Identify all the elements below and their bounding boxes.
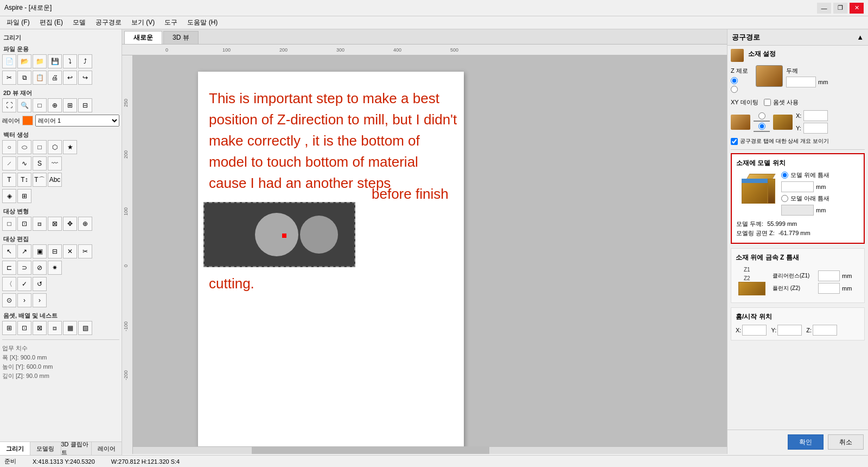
transform-6[interactable]: ⊕ — [78, 217, 92, 231]
text-vert-button[interactable]: T↕ — [17, 173, 31, 187]
offset-3[interactable]: ⊠ — [33, 321, 47, 335]
radio-bottom[interactable] — [731, 86, 738, 93]
bitmap-tool[interactable]: ⊞ — [17, 189, 31, 203]
offset-checkbox[interactable] — [764, 99, 771, 106]
group-tool[interactable]: ▣ — [33, 244, 47, 258]
measure-tool[interactable]: ⊙ — [2, 293, 16, 307]
draw-polygon-button[interactable]: ⬡ — [48, 140, 62, 154]
tab-new[interactable]: 새로운 — [124, 31, 162, 44]
zoom-extents-button[interactable]: ⛶ — [2, 98, 16, 112]
tab-3d[interactable]: 3D 뷰 — [163, 31, 199, 44]
offset-6[interactable]: ▧ — [78, 321, 92, 335]
layer-select[interactable]: 레이어 1 — [35, 115, 119, 127]
trim-tool[interactable]: ✂ — [78, 244, 92, 258]
transform-4[interactable]: ⊠ — [48, 217, 62, 231]
x-coord-input[interactable]: 0.0 — [803, 110, 828, 121]
show-details-checkbox[interactable] — [731, 138, 738, 145]
h-scrollbar[interactable] — [133, 446, 727, 454]
offset-2[interactable]: ⊡ — [17, 321, 31, 335]
import-button[interactable]: ⤵ — [63, 54, 77, 68]
node-edit[interactable]: ↗ — [17, 244, 31, 258]
thickness-input[interactable]: 90.0 — [786, 77, 816, 87]
save-button[interactable]: 💾 — [48, 54, 62, 68]
draw-curve-button[interactable]: ∿ — [17, 156, 31, 171]
y-coord-input[interactable]: 0.0 — [803, 123, 828, 134]
transform-5[interactable]: ✥ — [63, 217, 77, 231]
tab-3d-clipart[interactable]: 3D 클립아트 — [61, 442, 92, 455]
offset-4[interactable]: ⧈ — [48, 321, 62, 335]
export-button[interactable]: ⤴ — [78, 54, 92, 68]
open-button[interactable]: 📂 — [17, 54, 31, 68]
transform-1[interactable]: □ — [2, 217, 16, 231]
h-scrollbar-thumb[interactable] — [252, 447, 489, 454]
radio-below[interactable] — [781, 195, 788, 202]
radio-top[interactable] — [731, 77, 738, 84]
bend-tool[interactable]: ↺ — [33, 277, 47, 291]
smooth-tool[interactable]: 〈 — [2, 277, 16, 291]
redo-button[interactable]: ↪ — [78, 71, 92, 85]
below-input[interactable]: 28.221 — [781, 205, 814, 216]
menu-view[interactable]: 보기 (V) — [127, 17, 159, 28]
canvas-viewport[interactable]: This is important step to make a best po… — [133, 55, 727, 446]
maximize-button[interactable]: ❐ — [833, 3, 847, 14]
menu-model[interactable]: 모델 — [68, 17, 90, 28]
snap-tool[interactable]: › — [33, 293, 47, 307]
transform-2[interactable]: ⊡ — [17, 217, 31, 231]
collapse-icon[interactable]: ▲ — [857, 33, 864, 41]
open-recent-button[interactable]: 📁 — [33, 54, 47, 68]
check-tool[interactable]: ✓ — [17, 277, 31, 291]
boolean-tool[interactable]: ✷ — [48, 261, 62, 275]
copy-button[interactable]: ⧉ — [17, 71, 31, 85]
xy-radio2[interactable] — [758, 123, 765, 130]
align-tool[interactable]: ⊘ — [33, 261, 47, 275]
zoom-fit-button[interactable]: □ — [33, 98, 47, 112]
draw-star-button[interactable]: ★ — [63, 140, 77, 154]
view-option2[interactable]: ⊟ — [78, 98, 92, 112]
home-y-input[interactable]: 0.0 — [777, 325, 802, 336]
menu-tools[interactable]: 도구 — [160, 17, 182, 28]
view-option1[interactable]: ⊞ — [63, 98, 77, 112]
draw-ellipse-button[interactable]: ⬭ — [17, 140, 31, 154]
offset-5[interactable]: ▦ — [63, 321, 77, 335]
draw-spiral-button[interactable]: S — [33, 156, 47, 171]
text-arc-button[interactable]: T⌒ — [33, 173, 47, 187]
new-button[interactable]: 📄 — [2, 54, 16, 68]
tab-layer[interactable]: 레이어 — [92, 442, 122, 455]
join-tool[interactable]: ⊏ — [2, 261, 16, 275]
tab-modeling[interactable]: 모델링 — [30, 442, 61, 455]
radio-above[interactable] — [781, 172, 788, 179]
draw-rect-button[interactable]: □ — [33, 140, 47, 154]
text-style-button[interactable]: Abc — [48, 173, 62, 187]
paste-button[interactable]: 📋 — [33, 71, 47, 85]
zoom-in-button[interactable]: ⊕ — [48, 98, 62, 112]
minimize-button[interactable]: — — [817, 3, 831, 14]
offset2-tool[interactable]: ⊃ — [17, 261, 31, 275]
ok-button[interactable]: 확인 — [788, 434, 824, 450]
menu-file[interactable]: 파일 (F) — [2, 17, 34, 28]
delete-tool[interactable]: ✕ — [63, 244, 77, 258]
select-tool[interactable]: ↖ — [2, 244, 16, 258]
close-button[interactable]: ✕ — [850, 3, 864, 14]
home-x-input[interactable]: 0.0 — [742, 325, 767, 336]
draw-wave-button[interactable]: 〰 — [48, 156, 62, 171]
cancel-button[interactable]: 취소 — [828, 434, 864, 450]
xy-radio1[interactable] — [758, 112, 765, 119]
menu-toolpath[interactable]: 공구경로 — [91, 17, 126, 28]
cut-button[interactable]: ✂ — [2, 71, 16, 85]
canvas-content[interactable]: 0 100 200 300 400 500 250 200 100 0 -100… — [122, 45, 727, 454]
ungroup-tool[interactable]: ⊟ — [48, 244, 62, 258]
tab-drawing[interactable]: 그리기 — [0, 442, 30, 455]
home-z-input[interactable]: 25.0 — [813, 325, 837, 336]
node-tool[interactable]: ◈ — [2, 189, 16, 203]
undo-button[interactable]: ↩ — [63, 71, 77, 85]
menu-help[interactable]: 도움말 (H) — [183, 17, 222, 28]
menu-edit[interactable]: 편집 (E) — [35, 17, 67, 28]
text-tool-button[interactable]: T — [2, 173, 16, 187]
grid-tool[interactable]: › — [17, 293, 31, 307]
draw-line-button[interactable]: ⟋ — [2, 156, 16, 171]
zoom-selection-button[interactable]: 🔍 — [17, 98, 31, 112]
above-input[interactable]: 5.78 — [781, 181, 814, 192]
z1-input[interactable]: 5.0 — [818, 270, 840, 281]
offset-1[interactable]: ⊞ — [2, 321, 16, 335]
draw-circle-button[interactable]: ○ — [2, 140, 16, 154]
